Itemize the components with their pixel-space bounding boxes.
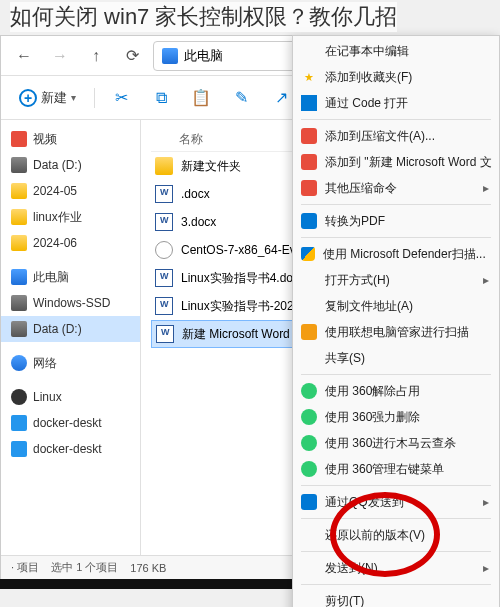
file-name: .docx (181, 187, 210, 201)
context-menu: 在记事本中编辑★添加到收藏夹(F)通过 Code 打开添加到压缩文件(A)...… (292, 35, 500, 607)
sidebar-item[interactable]: Windows-SSD (1, 290, 140, 316)
context-menu-item[interactable]: 通过QQ发送到▸ (293, 489, 499, 515)
context-menu-item[interactable]: 复制文件地址(A) (293, 293, 499, 319)
sidebar-item-label: Data (D:) (33, 322, 82, 336)
context-menu-item[interactable]: 使用 360强力删除 (293, 404, 499, 430)
sidebar-item-icon (11, 131, 27, 147)
menu-item-icon: ★ (301, 69, 317, 85)
sidebar-item[interactable]: Data (D:) (1, 316, 140, 342)
menu-item-label: 添加到 "新建 Microsoft Word 文 (325, 154, 492, 171)
context-menu-item[interactable]: 发送到(N)▸ (293, 555, 499, 581)
menu-item-icon (301, 272, 317, 288)
file-name: 新建 Microsoft Word 文 (182, 326, 305, 343)
up-button[interactable]: ↑ (81, 42, 111, 70)
menu-item-label: 通过 Code 打开 (325, 95, 408, 112)
submenu-arrow-icon: ▸ (483, 181, 489, 195)
status-size: 176 KB (130, 562, 166, 574)
submenu-arrow-icon: ▸ (483, 561, 489, 575)
plus-icon: + (19, 89, 37, 107)
menu-item-icon (301, 154, 317, 170)
context-menu-item[interactable]: 打开方式(H)▸ (293, 267, 499, 293)
context-menu-item[interactable]: 剪切(T) (293, 588, 499, 607)
file-icon (155, 157, 173, 175)
status-items: · 项目 (11, 560, 39, 575)
sidebar-item-label: 2024-06 (33, 236, 77, 250)
sidebar-item[interactable]: 此电脑 (1, 264, 140, 290)
context-menu-item[interactable]: 在记事本中编辑 (293, 38, 499, 64)
menu-item-icon (301, 350, 317, 366)
sidebar-item[interactable]: 网络 (1, 350, 140, 376)
back-button[interactable]: ← (9, 42, 39, 70)
copy-button[interactable]: ⧉ (143, 83, 179, 113)
menu-item-label: 打开方式(H) (325, 272, 390, 289)
file-name: 新建文件夹 (181, 158, 241, 175)
sidebar-item[interactable]: Linux (1, 384, 140, 410)
menu-item-icon (301, 494, 317, 510)
context-menu-item[interactable]: 其他压缩命令▸ (293, 175, 499, 201)
context-menu-item[interactable]: 使用 Microsoft Defender扫描... (293, 241, 499, 267)
rename-button[interactable]: ✎ (223, 83, 259, 113)
menu-item-label: 其他压缩命令 (325, 180, 397, 197)
status-selection: 选中 1 个项目 (51, 560, 118, 575)
menu-separator (301, 119, 491, 120)
menu-item-label: 转换为PDF (325, 213, 385, 230)
menu-item-icon (301, 298, 317, 314)
new-button[interactable]: + 新建 ▾ (9, 83, 86, 113)
sidebar-item[interactable]: 2024-06 (1, 230, 140, 256)
menu-item-label: 使用 360强力删除 (325, 409, 420, 426)
file-icon (155, 297, 173, 315)
sidebar-item-icon (11, 295, 27, 311)
sidebar-item[interactable]: docker-deskt (1, 436, 140, 462)
sidebar-item-label: docker-deskt (33, 442, 102, 456)
cut-button[interactable]: ✂ (103, 83, 139, 113)
menu-item-label: 添加到收藏夹(F) (325, 69, 412, 86)
menu-item-label: 在记事本中编辑 (325, 43, 409, 60)
menu-item-icon (301, 527, 317, 543)
sidebar: 视频Data (D:)2024-05linux作业2024-06此电脑Windo… (1, 120, 141, 579)
sidebar-item-label: Data (D:) (33, 158, 82, 172)
sidebar-item-icon (11, 235, 27, 251)
context-menu-item[interactable]: ★添加到收藏夹(F) (293, 64, 499, 90)
sidebar-item[interactable]: linux作业 (1, 204, 140, 230)
forward-button[interactable]: → (45, 42, 75, 70)
menu-item-icon (301, 409, 317, 425)
sidebar-item[interactable]: 视频 (1, 126, 140, 152)
context-menu-item[interactable]: 共享(S) (293, 345, 499, 371)
pc-icon (162, 48, 178, 64)
file-icon (156, 325, 174, 343)
sidebar-item-icon (11, 441, 27, 457)
context-menu-item[interactable]: 添加到压缩文件(A)... (293, 123, 499, 149)
sidebar-item[interactable]: docker-deskt (1, 410, 140, 436)
file-icon (155, 269, 173, 287)
context-menu-item[interactable]: 添加到 "新建 Microsoft Word 文 (293, 149, 499, 175)
context-menu-item[interactable]: 通过 Code 打开 (293, 90, 499, 116)
context-menu-item[interactable]: 转换为PDF (293, 208, 499, 234)
file-name: Linux实验指导书4.doc (181, 270, 299, 287)
context-menu-item[interactable]: 使用联想电脑管家进行扫描 (293, 319, 499, 345)
menu-item-icon (301, 435, 317, 451)
sidebar-item-label: Linux (33, 390, 62, 404)
context-menu-item[interactable]: 使用 360解除占用 (293, 378, 499, 404)
refresh-button[interactable]: ⟳ (117, 42, 147, 70)
context-menu-item[interactable]: 还原以前的版本(V) (293, 522, 499, 548)
menu-item-label: 使用 360进行木马云查杀 (325, 435, 456, 452)
context-menu-item[interactable]: 使用 360进行木马云查杀 (293, 430, 499, 456)
menu-separator (301, 204, 491, 205)
address-text: 此电脑 (184, 47, 223, 65)
menu-item-label: 使用 360管理右键菜单 (325, 461, 444, 478)
menu-item-label: 使用 360解除占用 (325, 383, 420, 400)
sidebar-item[interactable]: Data (D:) (1, 152, 140, 178)
shield-icon (301, 247, 315, 261)
context-menu-item[interactable]: 使用 360管理右键菜单 (293, 456, 499, 482)
sidebar-item-icon (11, 269, 27, 285)
paste-button[interactable]: 📋 (183, 83, 219, 113)
menu-item-label: 添加到压缩文件(A)... (325, 128, 435, 145)
submenu-arrow-icon: ▸ (483, 273, 489, 287)
menu-item-icon (301, 593, 317, 607)
menu-item-label: 发送到(N) (325, 560, 378, 577)
menu-item-label: 共享(S) (325, 350, 365, 367)
menu-item-icon (301, 43, 317, 59)
sidebar-item-label: linux作业 (33, 209, 82, 226)
sidebar-item[interactable]: 2024-05 (1, 178, 140, 204)
file-name: 3.docx (181, 215, 216, 229)
